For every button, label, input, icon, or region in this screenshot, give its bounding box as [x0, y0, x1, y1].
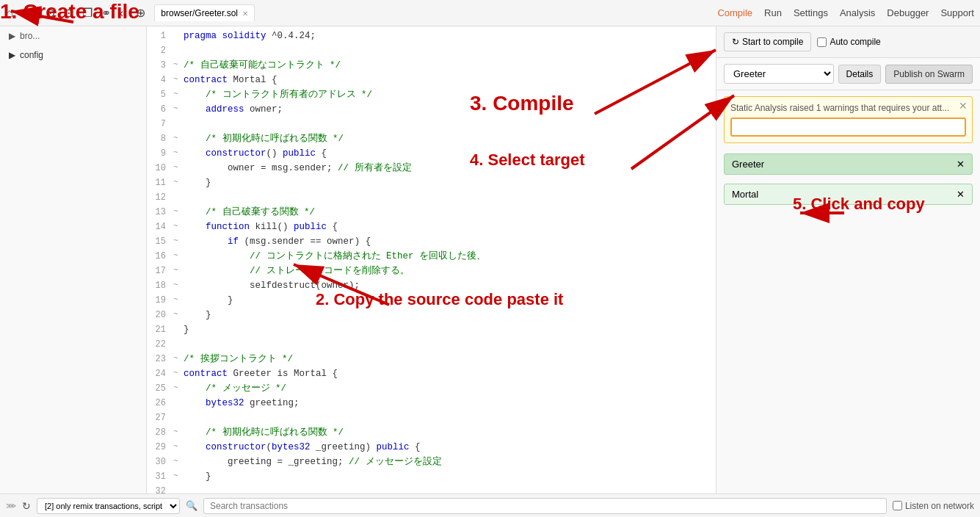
line-arrow: [173, 485, 184, 494]
line-arrow: ~: [173, 367, 184, 382]
line-arrow: ~: [173, 73, 184, 88]
listen-network-label: Listen on network: [893, 501, 974, 511]
code-line-15: 15~ if (msg.sender == owner) {: [147, 235, 716, 250]
home-icon[interactable]: ⌂: [6, 7, 13, 20]
line-arrow: [173, 29, 184, 44]
line-arrow: [173, 338, 184, 352]
code-line-29: 29~ constructor(bytes32 _greeting) publi…: [147, 441, 716, 455]
listen-text: Listen on network: [905, 501, 974, 511]
code-line-11: 11~ }: [147, 176, 716, 191]
copy-icon[interactable]: ❐: [82, 6, 92, 20]
code-line-2: 2: [147, 44, 716, 59]
refresh-icon[interactable]: ↻: [22, 500, 31, 512]
search-input[interactable]: [203, 498, 887, 514]
mortal-badge-close[interactable]: ✕: [957, 189, 965, 200]
code-line-8: 8~ /* 初期化時に呼ばれる関数 */: [147, 132, 716, 147]
sidebar-item-bro[interactable]: ▶ bro...: [0, 26, 146, 46]
code-line-14: 14~ function kill() public {: [147, 220, 716, 235]
line-number: 9: [147, 147, 173, 162]
line-number: 7: [147, 118, 173, 132]
line-code: /* 自己破棄する関数 */: [184, 206, 716, 220]
line-code: // ストレージとコードを削除する。: [184, 264, 716, 279]
line-code: address owner;: [184, 103, 716, 118]
github-icon[interactable]: ⊙: [46, 6, 55, 20]
line-code: constructor(bytes32 _greeting) public {: [184, 441, 716, 455]
sidebar-item-config[interactable]: ▶ config: [0, 46, 146, 65]
compile-icon: ↻: [732, 37, 739, 47]
compile-button[interactable]: ↻ Start to compile: [724, 32, 811, 51]
line-code: [184, 338, 716, 352]
contract-dropdown[interactable]: Greeter: [724, 64, 834, 84]
line-arrow: ~: [173, 206, 184, 220]
code-line-7: 7: [147, 118, 716, 132]
github-icon2[interactable]: ⊙: [64, 6, 73, 20]
greeter-badge-close[interactable]: ✕: [957, 159, 965, 170]
warning-input[interactable]: [730, 118, 966, 137]
line-code: bytes32 greeting;: [184, 397, 716, 411]
line-number: 18: [147, 279, 173, 294]
code-content: 1pragma solidity ^0.4.24;23~/* 自己破棄可能なコン…: [147, 26, 716, 494]
tx-dropdown[interactable]: [2] only remix transactions, script: [37, 498, 180, 514]
greeter-badge[interactable]: Greeter ✕: [724, 153, 973, 175]
publish-button[interactable]: Publish on Swarm: [885, 65, 973, 84]
line-arrow: ~: [173, 220, 184, 235]
line-code: }: [184, 470, 716, 485]
sidebar-label-bro: bro...: [20, 31, 40, 41]
search-icon: 🔍: [186, 500, 197, 511]
line-number: 10: [147, 162, 173, 176]
details-button[interactable]: Details: [838, 65, 882, 84]
line-arrow: ~: [173, 470, 184, 485]
code-line-31: 31~ }: [147, 470, 716, 485]
line-arrow: ~: [173, 176, 184, 191]
folder-icon[interactable]: 📁: [22, 6, 37, 20]
nav-add[interactable]: ⊕: [136, 6, 145, 20]
line-code: [184, 191, 716, 206]
line-number: 3: [147, 59, 173, 73]
line-number: 22: [147, 338, 173, 352]
menu-run[interactable]: Run: [764, 7, 782, 18]
line-arrow: ~: [173, 147, 184, 162]
code-line-32: 32: [147, 485, 716, 494]
menu-analysis[interactable]: Analysis: [840, 7, 875, 18]
line-code: contract Greeter is Mortal {: [184, 367, 716, 382]
code-line-24: 24~contract Greeter is Mortal {: [147, 367, 716, 382]
auto-compile-checkbox[interactable]: [817, 37, 827, 47]
mortal-badge-label: Mortal: [732, 189, 758, 200]
line-code: [184, 44, 716, 59]
auto-compile-text: Auto compile: [830, 37, 880, 47]
chevron-down-icon: ⋙: [6, 502, 16, 510]
code-line-27: 27: [147, 411, 716, 426]
line-arrow: ~: [173, 88, 184, 103]
line-code: [184, 411, 716, 426]
nav-prev[interactable]: ‹‹: [120, 7, 128, 20]
line-arrow: ~: [173, 162, 184, 176]
menu-compile[interactable]: Compile: [717, 7, 752, 18]
listen-checkbox[interactable]: [893, 501, 902, 510]
line-code: /* メッセージ */: [184, 382, 716, 397]
mortal-badge[interactable]: Mortal ✕: [724, 184, 973, 205]
code-line-12: 12: [147, 191, 716, 206]
link-icon[interactable]: ⚭: [101, 6, 111, 20]
code-editor[interactable]: 1pragma solidity ^0.4.24;23~/* 自己破棄可能なコン…: [147, 26, 716, 494]
editor-tab[interactable]: browser/Greeter.sol ✕: [154, 4, 255, 21]
line-arrow: ~: [173, 426, 184, 441]
line-code: }: [184, 294, 716, 308]
menu-settings[interactable]: Settings: [794, 7, 828, 18]
contract-selector: Greeter Details Publish on Swarm: [716, 58, 980, 90]
auto-compile-label: Auto compile: [817, 37, 880, 47]
line-arrow: ~: [173, 294, 184, 308]
line-number: 25: [147, 382, 173, 397]
code-line-19: 19~ }: [147, 294, 716, 308]
warning-box: Static Analysis raised 1 warnings that r…: [724, 96, 973, 143]
line-number: 11: [147, 176, 173, 191]
line-arrow: ~: [173, 264, 184, 279]
code-line-22: 22: [147, 338, 716, 352]
line-number: 15: [147, 235, 173, 250]
menu-debugger[interactable]: Debugger: [887, 7, 929, 18]
line-code: greeting = _greeting; // メッセージを設定: [184, 455, 716, 470]
line-arrow: ~: [173, 441, 184, 455]
line-code: if (msg.sender == owner) {: [184, 235, 716, 250]
warning-close[interactable]: ✕: [959, 100, 968, 112]
tab-close[interactable]: ✕: [242, 10, 248, 18]
menu-support[interactable]: Support: [940, 7, 974, 18]
